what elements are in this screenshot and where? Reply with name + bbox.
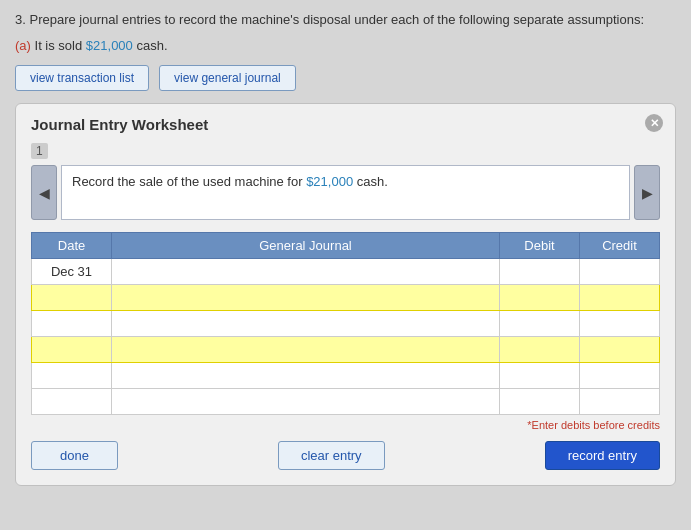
instruction-amount: $21,000 xyxy=(306,174,353,189)
credit-input[interactable] xyxy=(580,259,659,284)
step-number: 1 xyxy=(31,143,48,159)
table-row xyxy=(32,389,660,415)
col-header-credit: Credit xyxy=(580,233,660,259)
debit-input[interactable] xyxy=(500,389,579,414)
debit-input[interactable] xyxy=(500,311,579,336)
credit-input[interactable] xyxy=(580,311,659,336)
entry-input[interactable] xyxy=(112,337,499,362)
credit-input[interactable] xyxy=(580,285,659,310)
date-cell xyxy=(32,311,112,337)
record-entry-button[interactable]: record entry xyxy=(545,441,660,470)
worksheet-title: Journal Entry Worksheet xyxy=(31,116,660,133)
table-row xyxy=(32,363,660,389)
bottom-buttons: done clear entry record entry xyxy=(31,441,660,470)
instruction-plain: Record the sale of the used machine for xyxy=(72,174,306,189)
next-arrow[interactable]: ▶ xyxy=(634,165,660,220)
credit-cell[interactable] xyxy=(580,389,660,415)
entry-input[interactable] xyxy=(112,285,499,310)
view-general-journal-button[interactable]: view general journal xyxy=(159,65,296,91)
part-a-amount: $21,000 xyxy=(86,38,133,53)
table-row xyxy=(32,285,660,311)
view-transaction-list-button[interactable]: view transaction list xyxy=(15,65,149,91)
part-a-suffix: cash. xyxy=(136,38,167,53)
table-row xyxy=(32,337,660,363)
date-cell xyxy=(32,363,112,389)
problem-text: 3. Prepare journal entries to record the… xyxy=(15,10,676,30)
debit-cell[interactable] xyxy=(500,389,580,415)
col-header-date: Date xyxy=(32,233,112,259)
credit-cell[interactable] xyxy=(580,259,660,285)
part-a-label: (a) xyxy=(15,38,31,53)
col-header-general-journal: General Journal xyxy=(112,233,500,259)
close-button[interactable]: ✕ xyxy=(645,114,663,132)
date-cell xyxy=(32,337,112,363)
journal-entry-worksheet: Journal Entry Worksheet ✕ 1 ◀ Record the… xyxy=(15,103,676,486)
entry-input[interactable] xyxy=(112,259,499,284)
part-a-text: It is sold xyxy=(35,38,83,53)
entry-cell[interactable] xyxy=(112,363,500,389)
done-button[interactable]: done xyxy=(31,441,118,470)
instruction-box: Record the sale of the used machine for … xyxy=(61,165,630,220)
credit-input[interactable] xyxy=(580,389,659,414)
view-buttons: view transaction list view general journ… xyxy=(15,65,676,91)
entry-cell[interactable] xyxy=(112,337,500,363)
debit-cell[interactable] xyxy=(500,363,580,389)
entry-cell[interactable] xyxy=(112,285,500,311)
credit-cell[interactable] xyxy=(580,311,660,337)
entry-cell[interactable] xyxy=(112,311,500,337)
debit-input[interactable] xyxy=(500,259,579,284)
entry-input[interactable] xyxy=(112,389,499,414)
col-header-debit: Debit xyxy=(500,233,580,259)
debit-input[interactable] xyxy=(500,285,579,310)
credit-cell[interactable] xyxy=(580,363,660,389)
debit-input[interactable] xyxy=(500,363,579,388)
credit-input[interactable] xyxy=(580,337,659,362)
entry-input[interactable] xyxy=(112,311,499,336)
date-cell: Dec 31 xyxy=(32,259,112,285)
credit-cell[interactable] xyxy=(580,337,660,363)
hint-text: *Enter debits before credits xyxy=(31,419,660,431)
date-cell xyxy=(32,285,112,311)
journal-table: Date General Journal Debit Credit Dec 31 xyxy=(31,232,660,415)
debit-input[interactable] xyxy=(500,337,579,362)
entry-input[interactable] xyxy=(112,363,499,388)
instruction-suffix: cash. xyxy=(353,174,388,189)
debit-cell[interactable] xyxy=(500,259,580,285)
entry-cell[interactable] xyxy=(112,389,500,415)
date-cell xyxy=(32,389,112,415)
clear-entry-button[interactable]: clear entry xyxy=(278,441,385,470)
debit-cell[interactable] xyxy=(500,311,580,337)
problem-number: 3. xyxy=(15,12,26,27)
debit-cell[interactable] xyxy=(500,337,580,363)
problem-description: Prepare journal entries to record the ma… xyxy=(29,12,644,27)
credit-input[interactable] xyxy=(580,363,659,388)
debit-cell[interactable] xyxy=(500,285,580,311)
prev-arrow[interactable]: ◀ xyxy=(31,165,57,220)
credit-cell[interactable] xyxy=(580,285,660,311)
problem-part-a: (a) It is sold $21,000 cash. xyxy=(15,36,676,56)
table-row: Dec 31 xyxy=(32,259,660,285)
instruction-row: ◀ Record the sale of the used machine fo… xyxy=(31,165,660,220)
table-row xyxy=(32,311,660,337)
entry-cell[interactable] xyxy=(112,259,500,285)
